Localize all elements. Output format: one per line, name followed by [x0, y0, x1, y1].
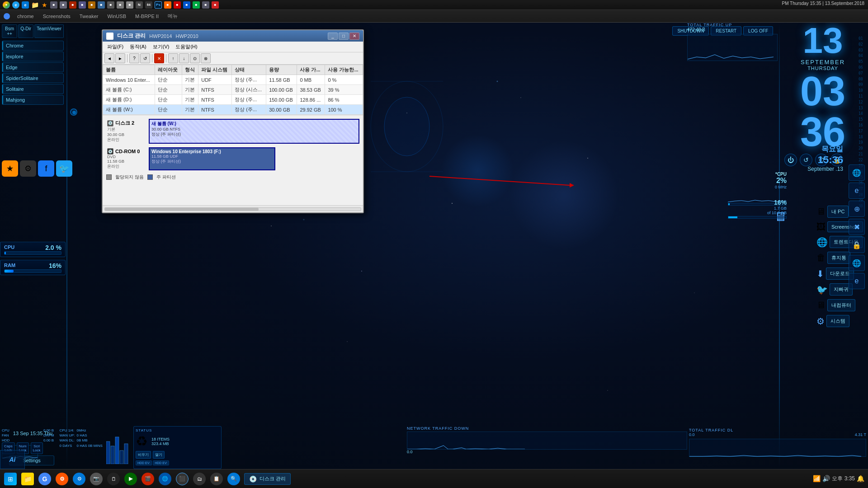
- sidebar-mahjong[interactable]: Mahjong: [2, 95, 64, 105]
- right-sidebar-icon-1[interactable]: 🌐: [849, 164, 865, 181]
- table-row[interactable]: Windows 10 Enter... 단순 기본 UDF 정상 (주... 1…: [103, 75, 363, 85]
- app-tray-11[interactable]: 64: [144, 0, 153, 9]
- app-tray-1[interactable]: ■: [49, 0, 58, 9]
- right-sidebar-icon-7[interactable]: e: [849, 273, 865, 289]
- file-explorer-taskbar[interactable]: 📁: [19, 471, 36, 487]
- toolbar-btn-4[interactable]: ↓: [179, 53, 189, 63]
- sidebar-lexplore[interactable]: lexplore: [2, 52, 64, 61]
- power-off-button[interactable]: ⏻: [784, 154, 797, 166]
- app-tray-4[interactable]: ■: [78, 0, 87, 9]
- taskbar-icon-2[interactable]: ⚙: [54, 471, 70, 487]
- disk-manager-titlebar[interactable]: 🖴 디스크 관리 HWP2014 HWP2010 _ □ ✕: [103, 30, 363, 42]
- sidebar-chrome[interactable]: Chrome: [2, 41, 64, 51]
- minimize-button[interactable]: _: [328, 33, 338, 40]
- systray-volume-icon[interactable]: 🔊: [822, 475, 830, 482]
- app-tray-2[interactable]: ■: [59, 0, 68, 9]
- sidebar-solitaire[interactable]: Solitaire: [2, 84, 64, 94]
- taskbar-icon-7[interactable]: 🎬: [140, 471, 156, 487]
- forward-button[interactable]: ►: [115, 53, 125, 63]
- disk2-partition[interactable]: 새 볼륨 (W:) 30.00 GB NTFS 정상 (주 파티션): [149, 119, 359, 144]
- bsm-button[interactable]: Bsm ++: [2, 24, 17, 38]
- app-tray-10[interactable]: N: [135, 0, 144, 9]
- app-tray-16[interactable]: ■: [192, 0, 201, 9]
- ql-menu[interactable]: 메뉴: [165, 12, 180, 20]
- torent-icon: 🌐: [816, 237, 828, 248]
- app-tray-3[interactable]: ■: [68, 0, 77, 9]
- app-tray-17[interactable]: ■: [201, 0, 210, 9]
- taskbar-icon-8[interactable]: 🌐: [157, 471, 173, 487]
- dock-app1-icon[interactable]: ⚙: [20, 160, 36, 177]
- app-tray-18[interactable]: ■: [211, 0, 220, 9]
- systray-network-icon[interactable]: 📶: [813, 475, 821, 482]
- maximize-button[interactable]: □: [339, 33, 349, 40]
- ql-chrome[interactable]: chrome: [14, 13, 37, 20]
- app-tray-8[interactable]: ■: [116, 0, 125, 9]
- taskbar-icon-10[interactable]: 🗂: [191, 471, 208, 487]
- cdrom-partition[interactable]: Windows 10 Enterprise 1803 (F:) 11.58 GB…: [149, 147, 275, 170]
- action-menu[interactable]: 동작(A): [127, 42, 149, 51]
- edge2-tray-icon[interactable]: e: [21, 0, 30, 9]
- back-button[interactable]: ◄: [104, 53, 114, 63]
- taskbar-icon-12[interactable]: 🔍: [226, 471, 242, 487]
- ql-screenshots[interactable]: Screenshots: [40, 13, 73, 20]
- photoshop-tray-icon[interactable]: Ps: [154, 0, 163, 9]
- teamviewer-button[interactable]: TeamViewer: [34, 24, 64, 38]
- dock-facebook-icon[interactable]: f: [38, 160, 54, 177]
- folder-tray-icon[interactable]: 📁: [30, 0, 39, 9]
- start-button[interactable]: ⊞: [2, 471, 19, 487]
- ql-tweaker[interactable]: Tweaker: [77, 13, 101, 20]
- toolbar-btn-5[interactable]: ⊙: [190, 53, 200, 63]
- taskbar-icon-9[interactable]: ⬛: [174, 471, 190, 487]
- app-tray-15[interactable]: ■: [182, 0, 191, 9]
- system-button[interactable]: 시스템: [826, 315, 849, 327]
- taskbar-icon-5[interactable]: 🗒: [105, 471, 122, 487]
- ie-tray-icon[interactable]: e: [11, 0, 20, 9]
- app-tray-13[interactable]: ■: [163, 0, 172, 9]
- taskbar-icon-1[interactable]: G: [37, 471, 53, 487]
- scroll-lock-indicator[interactable]: ScrlLock: [31, 442, 43, 454]
- sidebar-edge[interactable]: Edge: [2, 62, 64, 72]
- star-tray-icon[interactable]: ★: [40, 0, 49, 9]
- toolbar-btn-3[interactable]: ↑: [168, 53, 178, 63]
- dock-twitter-icon[interactable]: 🐦: [56, 160, 72, 177]
- stop-button[interactable]: ✕: [154, 53, 164, 63]
- recycle-bin-icon[interactable]: ♻: [136, 433, 148, 449]
- app-tray-6[interactable]: ■: [97, 0, 106, 9]
- empty-recycle-button[interactable]: 비우기: [136, 451, 151, 459]
- right-sidebar-icon-5[interactable]: 🔒: [849, 237, 865, 253]
- view-menu[interactable]: 보기(V): [150, 42, 172, 51]
- dock-star-icon[interactable]: ★: [2, 160, 18, 177]
- right-sidebar-icon-2[interactable]: e: [849, 183, 865, 199]
- help-toolbar-button[interactable]: ?: [129, 53, 139, 63]
- open-recycle-button[interactable]: 열기: [153, 451, 165, 459]
- taskbar-icon-3[interactable]: ⊙: [71, 471, 87, 487]
- toolbar-btn-6[interactable]: ⊗: [201, 53, 211, 63]
- app-tray-7[interactable]: ■: [106, 0, 115, 9]
- disk-manager-taskbar-item[interactable]: 💿 디스크 관리: [244, 473, 291, 485]
- systray-notification-icon[interactable]: 🔔: [857, 475, 864, 482]
- right-sidebar-icon-4[interactable]: ✖: [849, 219, 865, 235]
- right-sidebar-icon-6[interactable]: 🌐: [849, 255, 865, 271]
- ql-winusb[interactable]: WinUSB: [104, 13, 129, 20]
- windows-start-icon[interactable]: [4, 13, 10, 19]
- ql-mbrpe[interactable]: M-BRPE II: [132, 13, 161, 20]
- chrome-tray-icon[interactable]: ●: [2, 0, 11, 9]
- refresh-toolbar-button[interactable]: ↺: [140, 53, 150, 63]
- close-button[interactable]: ✕: [349, 33, 359, 40]
- app-tray-9[interactable]: ■: [125, 0, 134, 9]
- table-row[interactable]: 새 볼륨 (D:) 단순 기본 NTFS 정상 (주... 150.00 GB …: [103, 95, 363, 105]
- taskbar-icon-6[interactable]: ▶: [123, 471, 139, 487]
- taskbar-icon-4[interactable]: 📷: [88, 471, 104, 487]
- file-menu[interactable]: 파일(F): [104, 42, 126, 51]
- naecamputer-button[interactable]: 내컴퓨터: [827, 299, 855, 311]
- help-menu[interactable]: 도움말(H): [173, 42, 200, 51]
- right-sidebar-icon-3[interactable]: ⊕: [849, 201, 865, 217]
- table-row[interactable]: 새 볼륨 (C:) 단순 기본 NTFS 정상 (시스... 100.00 GB…: [103, 85, 363, 95]
- app-tray-5[interactable]: ■: [87, 0, 96, 9]
- taskbar-icon-11[interactable]: 📋: [208, 471, 225, 487]
- sidebar-spidersolitaire[interactable]: SpiderSolitaire: [2, 73, 64, 83]
- q-dir-button[interactable]: Q-Dir: [18, 24, 33, 38]
- disk-scrollbar-h[interactable]: [104, 207, 361, 211]
- table-row[interactable]: 새 볼륨 (W:) 단순 기본 NTFS 정상 (주... 30.00 GB 2…: [103, 105, 363, 115]
- app-tray-14[interactable]: ■: [173, 0, 182, 9]
